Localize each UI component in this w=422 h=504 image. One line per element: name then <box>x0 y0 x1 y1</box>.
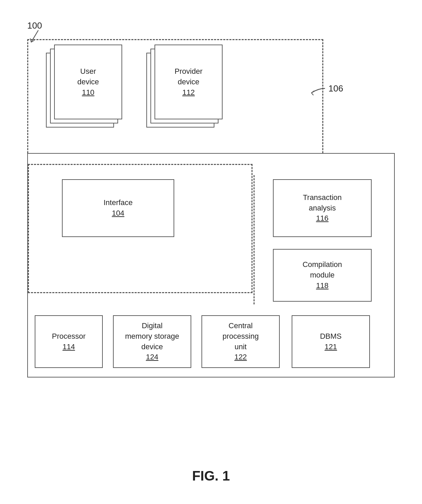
digital-memory-box: Digitalmemory storagedevice124 <box>113 315 191 368</box>
interface-label: Interface104 <box>63 198 174 219</box>
vertical-dashed-line <box>254 175 255 304</box>
digital-memory-label: Digitalmemory storagedevice124 <box>114 321 191 363</box>
user-device-label: Userdevice110 <box>55 66 121 98</box>
interface-box: Interface104 <box>62 179 174 237</box>
compilation-module-label: Compilationmodule118 <box>274 259 371 291</box>
dbms-box: DBMS121 <box>292 315 370 368</box>
transaction-analysis-label: Transactionanalysis116 <box>274 192 371 224</box>
dbms-label: DBMS121 <box>292 331 369 352</box>
label-106: 106 <box>328 83 343 94</box>
main-server-box: Interface104 Transactionanalysis116 Comp… <box>27 153 395 377</box>
provider-device-front: Providerdevice112 <box>155 45 223 119</box>
cpu-label: Centralprocessingunit122 <box>202 321 279 363</box>
svg-line-4 <box>311 93 313 95</box>
transaction-analysis-box: Transactionanalysis116 <box>273 179 372 237</box>
figure-label: FIG. 1 <box>0 468 422 484</box>
compilation-module-box: Compilationmodule118 <box>273 249 372 302</box>
provider-device-stack: Providerdevice112 <box>146 53 221 134</box>
user-device-stack: Userdevice110 <box>46 53 117 134</box>
user-device-front: Userdevice110 <box>54 45 122 119</box>
arrow-106-icon <box>301 87 328 99</box>
diagram-container: 100 106 Userdevice110 Providerdevice112 <box>27 20 395 411</box>
cpu-box: Centralprocessingunit122 <box>201 315 280 368</box>
processor-label: Processor114 <box>35 331 102 352</box>
provider-device-label: Providerdevice112 <box>155 66 222 98</box>
processor-box: Processor114 <box>35 315 103 368</box>
